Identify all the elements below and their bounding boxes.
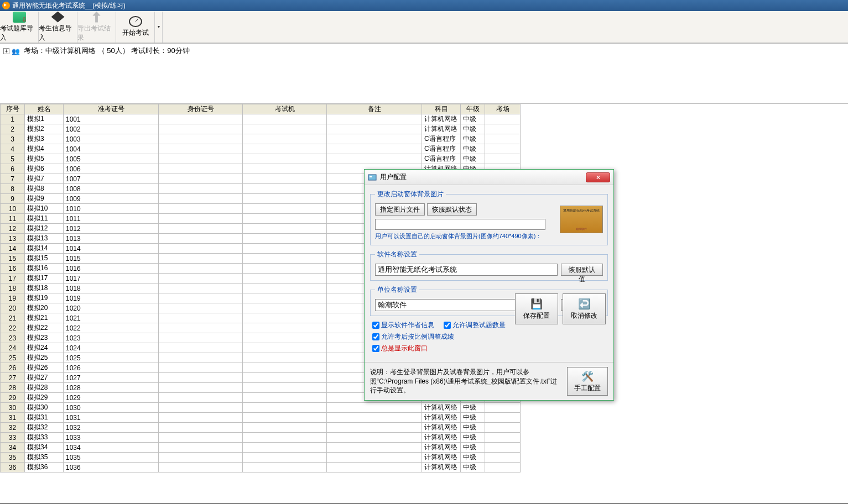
cell-idno: [159, 323, 243, 333]
cell-grade: 中级: [461, 423, 485, 433]
table-row[interactable]: 1模拟11001计算机网络中级: [1, 114, 521, 124]
cell-idno: [159, 363, 243, 373]
cell-name: 模拟17: [25, 274, 64, 284]
table-row[interactable]: 31模拟311031计算机网络中级: [1, 413, 521, 423]
import-bank-button[interactable]: 考试题库导入: [0, 12, 39, 43]
cancel-button[interactable]: ↩️ 取消修改: [563, 293, 606, 324]
cell-examno: 1023: [64, 333, 159, 343]
cell-idno: [159, 204, 243, 214]
cell-machine: [243, 154, 327, 164]
adjust-score-checkbox[interactable]: 允许考后按比例调整成绩: [372, 332, 454, 342]
manual-config-button[interactable]: 🛠️ 手工配置: [567, 367, 608, 396]
restore-state-button[interactable]: 恢服默认状态: [427, 203, 477, 216]
cell-seq: 6: [1, 164, 25, 174]
cell-seq: 34: [1, 443, 25, 453]
cell-idno: [159, 413, 243, 423]
tree-root-label[interactable]: 考场：中级计算机网络 （ 50人） 考试时长：90分钟: [24, 46, 190, 56]
cell-seq: 30: [1, 403, 25, 413]
start-exam-button[interactable]: 开始考试: [116, 12, 155, 43]
cell-machine: [243, 443, 327, 453]
cell-idno: [159, 254, 243, 264]
table-row[interactable]: 30模拟301030计算机网络中级: [1, 403, 521, 413]
show-author-checkbox[interactable]: 显示软件作者信息: [372, 321, 434, 330]
col-subject[interactable]: 科目: [422, 104, 461, 114]
cell-name: 模拟27: [25, 373, 64, 383]
choose-image-button[interactable]: 指定图片文件: [375, 203, 425, 216]
cell-name: 模拟36: [25, 463, 64, 473]
dialog-titlebar[interactable]: 用户配置 ✕: [365, 170, 613, 185]
cell-idno: [159, 353, 243, 363]
cell-name: 模拟33: [25, 433, 64, 443]
cell-idno: [159, 154, 243, 164]
cell-room: [485, 403, 521, 413]
col-name[interactable]: 姓名: [25, 104, 64, 114]
cell-remark: [327, 423, 422, 433]
save-config-button[interactable]: 💾 保存配置: [515, 293, 558, 324]
app-icon: [2, 2, 10, 9]
col-remark[interactable]: 备注: [327, 104, 422, 114]
dialog-close-button[interactable]: ✕: [586, 172, 610, 182]
cell-seq: 13: [1, 234, 25, 244]
cell-idno: [159, 114, 243, 124]
cell-idno: [159, 134, 243, 144]
import-student-button[interactable]: 考生信息导入: [39, 12, 77, 43]
image-path-input[interactable]: [375, 219, 545, 230]
cell-machine: [243, 323, 327, 333]
always-show-checkbox[interactable]: 总是显示此窗口: [372, 344, 428, 353]
col-room[interactable]: 考场: [485, 104, 521, 114]
table-row[interactable]: 4模拟41004C语言程序中级: [1, 144, 521, 154]
cell-name: 模拟9: [25, 194, 64, 204]
table-row[interactable]: 33模拟331033计算机网络中级: [1, 433, 521, 443]
software-name-input[interactable]: [375, 264, 558, 276]
save-icon: 💾: [530, 298, 543, 310]
toolbar: 考试题库导入 考生信息导入 导出考试结果 开始考试 ▾: [0, 11, 848, 43]
cell-grade: 中级: [461, 403, 485, 413]
col-seq[interactable]: 序号: [1, 104, 25, 114]
cell-machine: [243, 174, 327, 184]
table-row[interactable]: 32模拟321032计算机网络中级: [1, 423, 521, 433]
cell-seq: 7: [1, 174, 25, 184]
table-row[interactable]: 2模拟21002计算机网络中级: [1, 124, 521, 134]
cell-examno: 1034: [64, 443, 159, 453]
cell-examno: 1003: [64, 134, 159, 144]
dialog-footer: 说明：考生登录背景图片及试卷背景图片，用户可以参照“C:\Program Fil…: [365, 362, 613, 400]
adjust-count-checkbox[interactable]: 允许调整试题数量: [444, 321, 506, 330]
table-row[interactable]: 5模拟51005C语言程序中级: [1, 154, 521, 164]
cell-name: 模拟19: [25, 293, 64, 303]
cell-name: 模拟11: [25, 214, 64, 224]
cell-idno: [159, 343, 243, 353]
cell-remark: [327, 124, 422, 134]
table-row[interactable]: 3模拟31003C语言程序中级: [1, 134, 521, 144]
tree-expand-icon[interactable]: +: [3, 48, 9, 54]
cell-name: 模拟6: [25, 164, 64, 174]
cell-machine: [243, 234, 327, 244]
table-row[interactable]: 34模拟341034计算机网络中级: [1, 443, 521, 453]
cell-examno: 1006: [64, 164, 159, 174]
background-preview: 通用智能无纸化考试系统 翰潮软件: [560, 206, 603, 233]
restore-name-button[interactable]: 恢服默认值: [561, 264, 603, 276]
cell-seq: 11: [1, 214, 25, 224]
toolbar-dropdown[interactable]: ▾: [155, 12, 163, 43]
svg-rect-1: [370, 176, 372, 177]
cell-examno: 1009: [64, 194, 159, 204]
cell-grade: 中级: [461, 154, 485, 164]
cell-machine: [243, 264, 327, 274]
cell-name: 模拟4: [25, 144, 64, 154]
cell-name: 模拟16: [25, 264, 64, 274]
table-row[interactable]: 35模拟351035计算机网络中级: [1, 453, 521, 463]
cell-idno: [159, 214, 243, 224]
cell-room: [485, 443, 521, 453]
cell-room: [485, 453, 521, 463]
col-examno[interactable]: 准考证号: [64, 104, 159, 114]
cell-machine: [243, 244, 327, 254]
cell-examno: 1026: [64, 363, 159, 373]
col-machine[interactable]: 考试机: [243, 104, 327, 114]
cell-machine: [243, 393, 327, 403]
col-grade[interactable]: 年级: [461, 104, 485, 114]
cell-remark: [327, 413, 422, 423]
cell-examno: 1014: [64, 244, 159, 254]
table-row[interactable]: 36模拟361036计算机网络中级: [1, 463, 521, 473]
col-idno[interactable]: 身份证号: [159, 104, 243, 114]
cell-seq: 23: [1, 333, 25, 343]
cell-examno: 1028: [64, 383, 159, 393]
